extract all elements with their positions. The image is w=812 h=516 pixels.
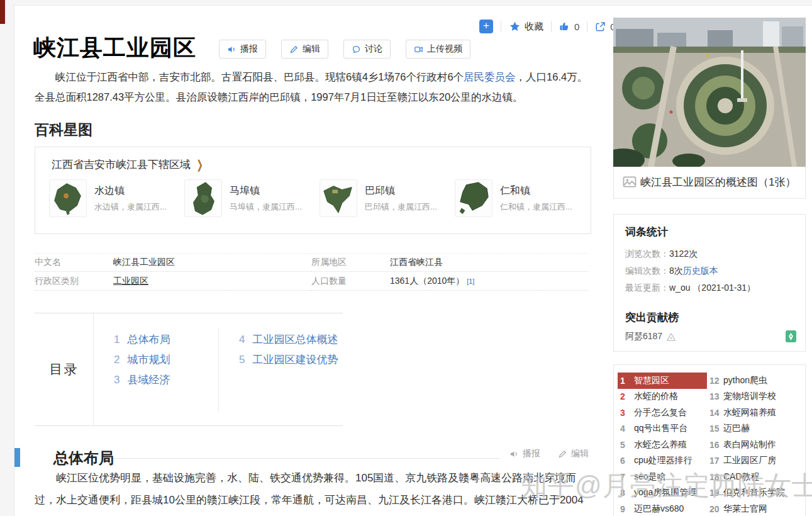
views-row: 浏览次数：3122次 (625, 245, 794, 262)
broadcast-button[interactable]: 播报 (219, 40, 266, 59)
add-button[interactable]: + (479, 20, 493, 33)
stats-box: 词条统计 浏览次数：3122次 编辑次数：8次历史版本 最近更新：w_ou （2… (613, 214, 806, 352)
hot-item[interactable]: 16表白网站制作 (709, 437, 799, 453)
hot-item[interactable]: 1智慧园区 (618, 373, 707, 389)
thumbs-up-icon (559, 21, 570, 32)
section-title: 总体布局 (53, 448, 114, 468)
edit-button[interactable]: 编辑 (281, 40, 328, 59)
starmap-item-renhe[interactable]: 仁和镇仁和镇，隶属江西... (455, 179, 590, 217)
hot-item[interactable]: 13宠物培训学校 (709, 389, 799, 405)
section-broadcast-button[interactable]: 播报 (509, 448, 540, 459)
chevron-right-icon: ❯ (196, 157, 203, 172)
overview-photo[interactable] (613, 18, 806, 167)
favorite-button[interactable]: 收藏 (509, 21, 543, 33)
hot-item[interactable]: 7seo是啥 (620, 469, 709, 485)
history-versions-link[interactable]: 历史版本 (683, 266, 718, 276)
share-icon (595, 21, 606, 32)
upload-video-button[interactable]: 上传视频 (406, 40, 470, 59)
share-button[interactable]: 0 (595, 21, 615, 32)
catalog-label: 目录 (35, 313, 94, 425)
hot-item[interactable]: 12python爬虫 (709, 373, 799, 389)
pencil-icon (289, 45, 299, 54)
intro-paragraph: 峡江位于江西省中部，吉安市北部。古置石阳县、巴邱县。现辖6镇4乡1场76个行政村… (35, 67, 593, 107)
page-title: 峡江县工业园区 (33, 33, 196, 64)
picture-icon (623, 176, 637, 188)
speaker-icon (227, 45, 236, 54)
info-row: 所属地区江西省峡江县 (311, 253, 588, 272)
catalog-item-5[interactable]: 5工业园区建设优势 (239, 350, 342, 370)
title-buttons: 播报 编辑 讨论 上传视频 (219, 40, 470, 59)
hot-item[interactable]: 8yoga房氛围管理 (620, 485, 709, 502)
hot-search-list: 1智慧园区 2水蛭的价格 3分手怎么复合 4qq号出售平台 5水蛭怎么养殖 6c… (613, 364, 806, 516)
medal-icon (666, 332, 676, 342)
map-thumbnail (184, 179, 222, 217)
like-count: 0 (574, 21, 579, 32)
hot-item[interactable]: 9迈巴赫vs680 (620, 501, 709, 516)
pencil-icon (558, 449, 567, 459)
hot-item[interactable]: 2水蛭的价格 (620, 389, 709, 405)
starmap-group-link[interactable]: 江西省吉安市峡江县下辖区域 ❯ (35, 147, 591, 172)
map-thumbnail (455, 179, 492, 217)
info-row: 人口数量1361人（2010年） [1] (311, 272, 588, 291)
hot-item[interactable]: 18CAD教程 (709, 469, 799, 485)
starmap-item-baqiu[interactable]: 巴邱镇巴邱镇，隶属江西... (320, 179, 455, 217)
starmap-heading: 百科星图 (35, 120, 92, 140)
starmap-card: 江西省吉安市峡江县下辖区域 ❯ 水边镇水边镇，隶属江西... 马埠镇马埠镇，隶属… (35, 147, 591, 234)
starmap-item-shuibian[interactable]: 水边镇水边镇，隶属江西... (49, 179, 184, 217)
catalog-item-4[interactable]: 4工业园区总体概述 (239, 330, 342, 350)
map-thumbnail (49, 179, 87, 217)
basic-infobox: 中文名峡江县工业园区 行政区类别工业园区 所属地区江西省峡江县 人口数量1361… (35, 253, 593, 291)
section-tools: 播报 编辑 (509, 448, 589, 459)
info-row: 中文名峡江县工业园区 (35, 253, 311, 272)
catalog-item-1[interactable]: 1总体布局 (114, 330, 218, 350)
map-thumbnail (320, 179, 357, 217)
hot-item[interactable]: 4qq号出售平台 (620, 421, 709, 437)
section-edit-button[interactable]: 编辑 (558, 448, 589, 459)
speaker-icon (509, 449, 519, 459)
resident-committee-link[interactable]: 居民委员会 (464, 71, 516, 82)
contributor-row[interactable]: 阿瑟6187 (625, 331, 794, 342)
contrib-heading: 突出贡献榜 (625, 310, 794, 325)
action-bar: + 收藏 0 0 (479, 20, 616, 33)
hot-item[interactable]: 14水蛭网箱养殖 (709, 405, 799, 421)
catalog-item-2[interactable]: 2城市规划 (114, 350, 218, 370)
hot-item[interactable]: 5水蛭怎么养殖 (620, 437, 709, 453)
section-accent-bar (14, 448, 20, 467)
catalog-item-3[interactable]: 3县域经济 (114, 370, 218, 390)
video-icon (414, 45, 423, 54)
hot-item[interactable]: 6cpu处理器排行 (620, 453, 709, 469)
updated-row: 最近更新：w_ou （2021-01-31） (625, 279, 794, 296)
hot-item[interactable]: 20华莱士官网 (709, 501, 799, 516)
chat-icon (352, 45, 361, 54)
hot-item[interactable]: 19伯克利音乐学院 (709, 485, 799, 502)
hot-item[interactable]: 17工业园区厂房 (709, 453, 799, 469)
industrial-park-link[interactable]: 工业园区 (113, 276, 148, 287)
sidebar: 峡江县工业园区的概述图（1张） 词条统计 浏览次数：3122次 编辑次数：8次历… (613, 18, 806, 516)
photo-caption[interactable]: 峡江县工业园区的概述图（1张） (613, 167, 806, 199)
corner-mark (0, 0, 5, 24)
editor-badge-icon[interactable] (786, 330, 796, 342)
like-button[interactable]: 0 (559, 21, 579, 32)
contributor-name: 阿瑟6187 (625, 331, 662, 342)
section-rule (113, 458, 500, 459)
discuss-button[interactable]: 讨论 (343, 40, 391, 59)
reference-link[interactable]: [1] (467, 278, 474, 285)
edits-row: 编辑次数：8次历史版本 (625, 262, 794, 279)
hot-item[interactable]: 3分手怎么复合 (620, 405, 709, 421)
info-row: 行政区类别工业园区 (35, 272, 311, 291)
hot-item[interactable]: 15迈巴赫 (709, 421, 799, 437)
catalog: 目录 1总体布局 2城市规划 3县域经济 4工业园区总体概述 5工业园区建设优势 (35, 313, 343, 426)
star-icon (509, 21, 521, 33)
stats-heading: 词条统计 (625, 225, 794, 239)
section-paragraph: 峡江区位优势明显，基础设施完善，水、陆、铁交通优势兼得。105国道、京九铁路及赣… (35, 467, 593, 516)
starmap-item-mabu[interactable]: 马埠镇马埠镇，隶属江西... (184, 179, 320, 217)
